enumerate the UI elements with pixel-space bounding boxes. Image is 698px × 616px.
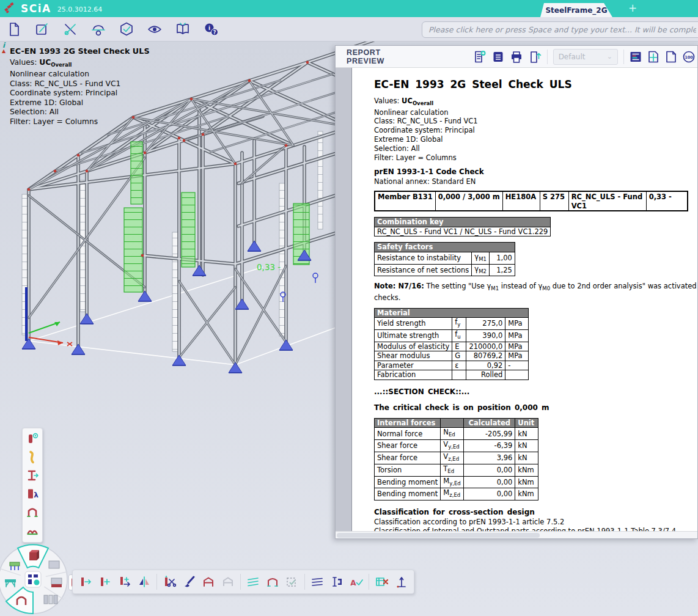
dimension-icon[interactable] (392, 573, 410, 591)
export-icon[interactable] (526, 48, 544, 65)
classification-line1: Classification according to prEN 1993-1-… (374, 518, 697, 527)
table-row: Material (375, 308, 529, 318)
fit-page-icon[interactable] (662, 48, 680, 65)
svg-text:A: A (350, 579, 356, 587)
view-icon[interactable] (144, 20, 165, 39)
classification-heading: Classification for cross-section design (374, 508, 697, 517)
check-cube-icon[interactable] (116, 20, 137, 39)
table-row: Safety factors (375, 243, 515, 252)
move-icon[interactable] (76, 573, 95, 591)
library-icon[interactable] (172, 20, 193, 39)
table-row: Resistance to instability γM1 1,00 (375, 252, 515, 264)
table-row: Parameter ε 0,92 - (375, 361, 529, 370)
table-row: Normal force NEd -205,99 kN (375, 428, 538, 440)
report-meta-line: Filter: Layer = Columns (374, 153, 697, 163)
wheel-item-column-icon[interactable] (29, 550, 39, 560)
report-meta-line: Values: UCOverall (374, 97, 697, 108)
modify-toolbar: A (72, 570, 414, 594)
overlay-line: Selection: All (10, 108, 150, 117)
project-tab[interactable]: SteelFrame_2G (540, 3, 612, 17)
radial-menu[interactable] (0, 541, 76, 616)
spellcheck-icon[interactable]: A (347, 573, 366, 591)
table-row: Torsion TEd 0,00 kNm (375, 464, 538, 476)
help-icon[interactable]: i? (200, 20, 221, 39)
report-meta: Values: UCOverallNonlinear calculationCl… (374, 97, 697, 163)
table-row: Fabrication Rolled (375, 370, 529, 380)
horizontal-scrollbar[interactable] (336, 531, 697, 538)
toolbar-separator (547, 50, 548, 64)
brush-icon[interactable] (180, 573, 198, 591)
wheel-item-blocks-icon[interactable] (49, 561, 59, 568)
frame-gray-icon[interactable] (219, 573, 237, 591)
report-meta-line: Coordinate system: Principal (374, 126, 697, 135)
delete-table-icon[interactable] (372, 573, 391, 591)
rename-icon[interactable] (328, 573, 346, 591)
table-row: Member B131 0,000 / 3,000 m HE180A S 275… (375, 191, 688, 211)
fit-width-icon[interactable] (645, 48, 663, 65)
overlay-line: Class: RC_NC_ULS - Fund VC1 (10, 79, 150, 89)
overlay-title: EC-EN 1993 2G Steel Check ULS (10, 46, 150, 56)
trim-icon[interactable] (160, 573, 178, 591)
edit-icon[interactable] (32, 20, 53, 39)
tools-icon[interactable] (60, 20, 81, 39)
new-tab-button[interactable]: + (628, 2, 637, 14)
table-row: Modulus of elasticity E 210000,0 MPa (375, 342, 529, 351)
toolbar-separator (156, 574, 157, 590)
classification-line2: Classification of Internal and Outstand … (374, 527, 697, 531)
wheel-item-machine-icon[interactable] (10, 562, 20, 570)
arch-icon[interactable] (24, 522, 41, 539)
table-row: Bending moment Mz,Ed 0,00 kNm (375, 488, 538, 501)
overlay-line: Extreme 1D: Global (10, 98, 150, 108)
print-icon[interactable] (507, 48, 526, 65)
new-project-icon[interactable] (4, 20, 24, 39)
stability-icon[interactable]: λ (24, 485, 41, 502)
toolbar-separator (623, 50, 624, 64)
layers-icon[interactable] (308, 573, 326, 591)
layers-teal-icon[interactable] (244, 573, 262, 591)
zoom-100-icon[interactable]: 100 (680, 48, 697, 65)
report-meta-line: Selection: All (374, 144, 697, 153)
template-dropdown[interactable]: Default⌄ (553, 49, 618, 65)
section-check-heading: ...::SECTION CHECK::... (374, 387, 697, 397)
report-title: EC-EN 1993 2G Steel Check ULS (374, 80, 697, 89)
deformation-icon[interactable] (24, 449, 41, 466)
wheel-item-box-icon[interactable] (51, 578, 62, 587)
result-value-label: 0,33 - (257, 262, 281, 272)
search-input[interactable] (422, 21, 698, 38)
member-icon[interactable] (24, 430, 41, 447)
engineer-icon[interactable] (88, 20, 109, 39)
info-flag-icon[interactable]: i▲ (2, 43, 6, 54)
frame-icon[interactable] (24, 504, 41, 521)
combination-key-table: Combination key RC_NC_ULS - Fund VC1 / N… (374, 217, 551, 237)
layout-icon[interactable] (627, 48, 645, 65)
cross-section-icon[interactable] (24, 467, 41, 484)
copy-icon[interactable] (96, 573, 114, 591)
toolbar-separator (240, 574, 241, 590)
overlay-line: Values: UCOverall (10, 58, 150, 70)
code-check-title: prEN 1993-1-1 Code Check (374, 167, 697, 177)
report-page: EC-EN 1993 2G Steel Check ULS Values: UC… (351, 68, 697, 531)
wheel-center-button[interactable] (25, 571, 41, 587)
scia-logo-icon (4, 2, 16, 15)
multicopy-icon[interactable] (116, 573, 134, 591)
member-table: Member B131 0,000 / 3,000 m HE180A S 275… (374, 191, 688, 211)
report-page-area[interactable]: EC-EN 1993 2G Steel Check ULS Values: UC… (336, 68, 697, 531)
floating-results-toolbar: λ (22, 428, 43, 543)
overlay-line: Coordinate system: Principal (10, 89, 150, 98)
report-box-icon[interactable] (489, 48, 507, 65)
report-note: Note: N7/16: The setting "Use γM1 instea… (374, 282, 697, 302)
frame-red-icon[interactable] (199, 573, 218, 591)
report-meta-line: Nonlinear calculation (374, 108, 697, 117)
add-item-icon[interactable] (471, 48, 489, 65)
scrollbar-thumb[interactable] (337, 533, 540, 538)
frame-open-icon[interactable] (263, 573, 282, 591)
wheel-item-books-icon[interactable] (44, 595, 57, 604)
svg-text:λ: λ (34, 491, 39, 499)
mirror-icon[interactable] (135, 573, 153, 591)
svg-text:100: 100 (685, 54, 693, 59)
table-row: Ultimate strength fu 390,0 MPa (375, 330, 529, 342)
scia-window: 0,33 - i▲ EC-EN 1993 2G Steel Check ULS … (0, 0, 698, 616)
svg-text:i: i (208, 25, 210, 31)
overlay-line: Filter: Layer = Columns (10, 117, 150, 127)
select-check-icon[interactable] (283, 573, 301, 591)
